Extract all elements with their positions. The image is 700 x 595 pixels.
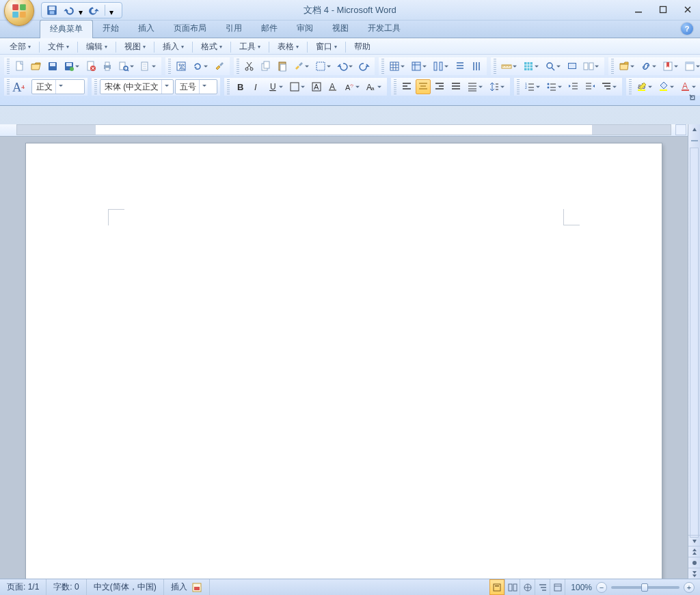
qat-undo-dropdown[interactable]: ▾ <box>79 8 84 13</box>
text-direction-button[interactable] <box>453 59 468 74</box>
tab-view[interactable]: 视图 <box>323 20 358 38</box>
indent-inc-button[interactable] <box>582 79 597 94</box>
outline-button[interactable] <box>599 79 619 94</box>
menu-view[interactable]: 视图▾ <box>120 40 150 54</box>
font-combo[interactable]: 宋体 (中文正文 <box>100 79 174 94</box>
gridlines-button[interactable] <box>521 59 541 74</box>
tab-mailings[interactable]: 邮件 <box>252 20 287 38</box>
style-combo[interactable]: 正文 <box>31 79 85 94</box>
group-handle[interactable] <box>7 59 10 74</box>
group-handle[interactable] <box>381 59 384 74</box>
scroll-track[interactable] <box>690 148 699 538</box>
hyperlink-button[interactable] <box>638 59 659 74</box>
phonetic-button[interactable]: Aゥ <box>342 79 362 94</box>
menu-window[interactable]: 窗口▾ <box>312 40 341 54</box>
prev-page-button[interactable] <box>688 546 700 557</box>
text-direction2-button[interactable] <box>469 59 484 74</box>
menu-all[interactable]: 全部▾ <box>5 40 35 54</box>
tab-page-layout[interactable]: 页面布局 <box>164 20 216 38</box>
minimize-button[interactable] <box>630 3 647 16</box>
size-dropdown[interactable] <box>199 80 208 94</box>
menu-file[interactable]: 文件▾ <box>44 40 73 54</box>
header-button[interactable] <box>682 59 700 74</box>
tab-developer[interactable]: 开发工具 <box>358 20 410 38</box>
ruler-toggle[interactable] <box>675 124 686 135</box>
group-handle[interactable] <box>629 79 632 94</box>
ruler-button[interactable] <box>499 59 520 74</box>
indent-dec-button[interactable] <box>566 79 581 94</box>
table-tools-button[interactable] <box>409 59 429 74</box>
bullets-button[interactable] <box>544 79 565 94</box>
insert-object-button[interactable] <box>617 59 637 74</box>
brush-button[interactable] <box>212 59 227 74</box>
group-handle[interactable] <box>227 79 230 94</box>
menu-insert[interactable]: 插入▾ <box>159 40 188 54</box>
border-button[interactable] <box>287 79 308 94</box>
align-center-button[interactable] <box>416 79 431 94</box>
style-dropdown[interactable] <box>55 80 65 94</box>
document-area[interactable] <box>0 137 688 579</box>
paste-button[interactable] <box>275 59 290 74</box>
char-shade-button[interactable]: A <box>309 79 324 94</box>
menu-format[interactable]: 格式▾ <box>197 40 226 54</box>
qat-customize-dropdown[interactable]: ▾ <box>109 8 115 13</box>
vertical-scrollbar[interactable] <box>688 124 700 579</box>
view-draft[interactable] <box>550 579 565 595</box>
help-button[interactable]: ? <box>681 23 693 35</box>
reading-button[interactable] <box>581 59 602 74</box>
size-combo[interactable]: 五号 <box>175 79 217 94</box>
bookmark-button[interactable] <box>660 59 681 74</box>
horizontal-ruler[interactable] <box>0 124 688 137</box>
word-count[interactable]: 字数: 0 <box>46 579 86 595</box>
new-doc-button[interactable] <box>12 59 27 74</box>
align-left-button[interactable] <box>399 79 414 94</box>
zoom-slider[interactable] <box>611 586 679 589</box>
char-scale-button[interactable]: Aa <box>364 79 384 94</box>
bold-button[interactable]: B <box>232 79 247 94</box>
group-handle[interactable] <box>94 79 97 94</box>
qat-save-button[interactable] <box>46 4 58 16</box>
align-right-button[interactable] <box>432 79 447 94</box>
tab-home[interactable]: 开始 <box>93 20 129 38</box>
font-color-button[interactable]: A <box>678 79 699 94</box>
group-handle[interactable] <box>237 59 239 74</box>
save-button[interactable] <box>45 59 60 74</box>
line-space-button[interactable] <box>487 79 507 94</box>
zoom-value[interactable]: 100% <box>571 583 592 592</box>
group-handle[interactable] <box>168 59 171 74</box>
table-button[interactable] <box>387 59 407 74</box>
save-as-button[interactable] <box>62 59 82 74</box>
columns-button[interactable] <box>431 59 451 74</box>
tab-classic-menu[interactable]: 经典菜单 <box>40 20 93 38</box>
copy-button[interactable] <box>258 59 273 74</box>
tab-references[interactable]: 引用 <box>216 20 252 38</box>
redo-button[interactable] <box>357 59 372 74</box>
zoom-in-button[interactable]: + <box>684 582 695 593</box>
distribute-button[interactable] <box>465 79 485 94</box>
select-all-button[interactable] <box>313 59 334 74</box>
close-doc-button[interactable] <box>83 59 98 74</box>
group-handle[interactable] <box>494 59 496 74</box>
format-painter-button[interactable] <box>291 59 312 74</box>
font-dropdown[interactable] <box>161 80 171 94</box>
split-handle[interactable] <box>688 135 700 146</box>
ribbon-minimize[interactable] <box>688 93 697 102</box>
undo-button[interactable] <box>335 59 355 74</box>
page-setup-button[interactable] <box>138 59 159 74</box>
group-handle[interactable] <box>517 79 520 94</box>
scroll-down-button[interactable] <box>688 535 700 546</box>
browse-object-button[interactable] <box>688 557 700 568</box>
tab-review[interactable]: 审阅 <box>287 20 323 38</box>
print-button[interactable] <box>100 59 115 74</box>
page-indicator[interactable]: 页面: 1/1 <box>0 579 46 595</box>
full-screen-button[interactable] <box>565 59 580 74</box>
char-emphasis-button[interactable]: A <box>325 79 340 94</box>
qat-undo-button[interactable] <box>62 4 75 16</box>
scroll-up-button[interactable] <box>688 124 700 135</box>
repeat-button[interactable] <box>190 59 211 74</box>
group-handle[interactable] <box>611 59 614 74</box>
group-handle[interactable] <box>394 79 396 94</box>
print-preview-button[interactable] <box>116 59 137 74</box>
view-outline[interactable] <box>535 579 550 595</box>
qat-redo-button[interactable] <box>88 4 100 16</box>
